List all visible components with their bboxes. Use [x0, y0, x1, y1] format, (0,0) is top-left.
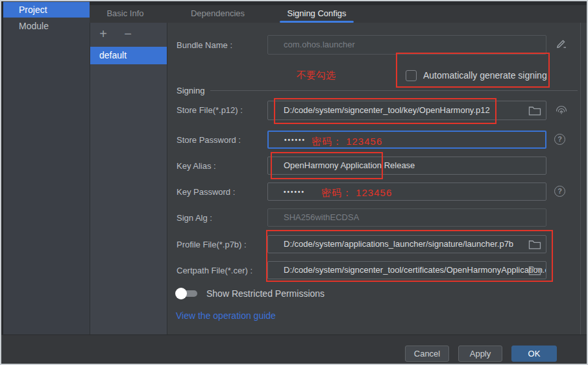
key-password-label: Key Password :: [177, 187, 267, 197]
signing-section-header: Signing: [177, 86, 204, 95]
sidebar-item-project[interactable]: Project: [3, 2, 90, 18]
store-password-annotation: 密码： 123456: [312, 134, 382, 149]
key-password-help-icon[interactable]: ?: [554, 186, 565, 197]
sign-alg-value: SHA256withECDSA: [284, 212, 359, 222]
dialog-footer: Cancel Apply OK: [1, 334, 587, 365]
cancel-button[interactable]: Cancel: [405, 346, 449, 362]
store-file-value: D:/code/system/signcenter_tool/key/OpenH…: [284, 105, 490, 115]
key-password-masked-value: ••••••: [284, 188, 305, 195]
signing-config-list-panel: + − default: [90, 23, 167, 334]
apply-button[interactable]: Apply: [458, 346, 502, 362]
store-file-browse-folder-icon[interactable]: [528, 105, 541, 116]
profile-file-value: D:/code/system/applications_launcher/sig…: [284, 239, 513, 249]
profile-file-field[interactable]: D:/code/system/applications_launcher/sig…: [267, 235, 546, 253]
store-file-label: Store File(*.p12) :: [177, 105, 267, 115]
fingerprint-icon: [554, 102, 569, 116]
add-config-button[interactable]: +: [95, 27, 111, 42]
key-alias-value: OpenHarmony Application Release: [284, 160, 415, 170]
sign-alg-label: Sign Alg :: [177, 213, 267, 223]
auto-generate-signing-checkbox[interactable]: [406, 70, 417, 81]
project-structure-dialog: Project Module Basic Info Dependencies S…: [0, 0, 588, 365]
sidebar-item-module[interactable]: Module: [3, 18, 90, 34]
certpath-file-browse-folder-icon[interactable]: [528, 265, 541, 276]
sidebar: Project Module: [1, 1, 90, 334]
store-file-field[interactable]: D:/code/system/signcenter_tool/key/OpenH…: [267, 101, 546, 120]
key-alias-label: Key Alias :: [177, 161, 267, 171]
signing-config-form: Bundle Name : com.ohos.launcher 不要勾选 Aut…: [167, 23, 587, 334]
profile-file-browse-folder-icon[interactable]: [528, 239, 541, 250]
key-password-annotation: 密码： 123456: [321, 184, 392, 201]
auto-generate-signing-label: Automatically generate signing: [423, 70, 547, 81]
store-password-help-icon[interactable]: ?: [554, 134, 565, 145]
tab-basic-info[interactable]: Basic Info: [90, 5, 161, 23]
ok-button[interactable]: OK: [511, 346, 557, 362]
profile-file-label: Profile File(*.p7b) :: [177, 240, 267, 249]
key-alias-field[interactable]: OpenHarmony Application Release: [267, 157, 546, 175]
store-password-label: Store Password :: [177, 135, 267, 145]
certpath-file-value: D:/code/system/signcenter_tool/certifica…: [284, 265, 546, 275]
section-divider: [210, 90, 578, 91]
bundle-name-label: Bundle Name :: [177, 40, 267, 50]
tab-signing-configs[interactable]: Signing Configs: [275, 5, 359, 23]
certpath-file-field[interactable]: D:/code/system/signcenter_tool/certifica…: [267, 261, 546, 279]
bundle-name-value: com.ohos.launcher: [284, 40, 355, 49]
toggle-knob: [175, 288, 187, 299]
tab-bar: Basic Info Dependencies Signing Configs: [90, 1, 587, 23]
bundle-name-field[interactable]: com.ohos.launcher: [267, 35, 546, 55]
store-password-masked-value: ••••••: [284, 136, 306, 144]
certpath-file-label: Certpath File(*.cer) :: [177, 266, 267, 275]
remove-config-button[interactable]: −: [120, 27, 136, 42]
operation-guide-link[interactable]: View the operation guide: [176, 310, 276, 321]
edit-pencil-icon[interactable]: [556, 38, 567, 49]
key-password-field[interactable]: •••••• 密码： 123456: [267, 182, 546, 201]
sign-alg-field[interactable]: SHA256withECDSA: [267, 208, 546, 227]
store-password-field[interactable]: •••••• 密码： 123456: [267, 131, 546, 149]
show-restricted-permissions-label: Show Restricted Permissions: [206, 288, 325, 299]
do-not-check-annotation: 不要勾选: [297, 69, 336, 82]
show-restricted-permissions-toggle[interactable]: [175, 288, 200, 299]
tab-dependencies[interactable]: Dependencies: [161, 5, 275, 23]
scrollbar-track[interactable]: [580, 23, 581, 334]
config-item-default[interactable]: default: [90, 47, 167, 64]
